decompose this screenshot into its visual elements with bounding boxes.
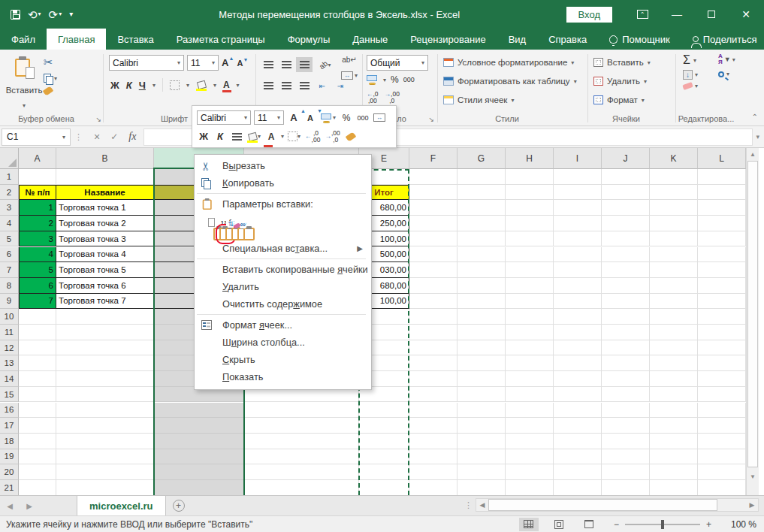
cell-L7[interactable] xyxy=(698,262,746,278)
cell-F18[interactable] xyxy=(409,434,457,449)
cell-H18[interactable] xyxy=(506,434,554,449)
cell-I18[interactable] xyxy=(554,434,602,449)
tab-assistant[interactable]: Помощник xyxy=(598,29,681,50)
cell-A14[interactable] xyxy=(19,371,56,387)
cell-I15[interactable] xyxy=(554,387,602,403)
tab-Формулы[interactable]: Формулы xyxy=(276,29,342,50)
number-dialog-launcher-icon[interactable]: ↘ xyxy=(428,116,434,123)
mini-format-painter-icon[interactable] xyxy=(344,128,358,144)
cell-B15[interactable] xyxy=(56,387,154,403)
cell-A20[interactable] xyxy=(19,464,56,480)
accounting-format-icon[interactable] xyxy=(367,75,379,84)
cell-I21[interactable] xyxy=(554,480,602,495)
cell-K7[interactable] xyxy=(650,262,698,278)
cell-A12[interactable] xyxy=(19,340,56,356)
cell-L14[interactable] xyxy=(698,371,746,387)
align-right-icon[interactable] xyxy=(296,78,313,93)
cell-F19[interactable] xyxy=(409,449,457,465)
close-button[interactable]: ✕ xyxy=(731,3,761,26)
tab-Данные[interactable]: Данные xyxy=(341,29,399,50)
cell-D20[interactable] xyxy=(244,464,359,480)
row-header-20[interactable]: 20 xyxy=(0,464,19,480)
horizontal-scroll-thumb[interactable] xyxy=(488,499,717,511)
cell-A10[interactable] xyxy=(19,309,56,325)
cell-L2[interactable] xyxy=(698,185,746,201)
cell-L16[interactable] xyxy=(698,403,746,419)
cell-H5[interactable] xyxy=(506,231,554,247)
cell-J6[interactable] xyxy=(602,247,650,263)
cell-J2[interactable] xyxy=(602,185,650,201)
cell-F17[interactable] xyxy=(409,418,457,434)
cell-L6[interactable] xyxy=(698,247,746,263)
cell-D17[interactable] xyxy=(244,418,359,434)
column-header-A[interactable]: A xyxy=(19,148,56,169)
cell-L3[interactable] xyxy=(698,200,746,216)
cell-L21[interactable] xyxy=(698,480,746,495)
cell-C21[interactable] xyxy=(154,480,244,495)
mini-font-color-icon[interactable]: А xyxy=(264,128,278,144)
cell-I16[interactable] xyxy=(554,403,602,419)
mini-borders-icon[interactable]: ▾ xyxy=(287,128,301,144)
clear-button[interactable]: ▾ xyxy=(683,83,698,89)
minimize-button[interactable]: — xyxy=(662,3,692,26)
cell-C18[interactable] xyxy=(154,434,244,449)
column-header-B[interactable]: B xyxy=(56,148,154,169)
cell-K2[interactable] xyxy=(650,185,698,201)
row-header-18[interactable]: 18 xyxy=(0,434,19,449)
cell-J10[interactable] xyxy=(602,309,650,325)
cell-L11[interactable] xyxy=(698,325,746,340)
row-header-11[interactable]: 11 xyxy=(0,325,19,340)
cell-J16[interactable] xyxy=(602,403,650,419)
cell-K1[interactable] xyxy=(650,169,698,185)
cell-J11[interactable] xyxy=(602,325,650,340)
cell-G12[interactable] xyxy=(457,340,506,356)
cell-E20[interactable] xyxy=(359,464,409,480)
mini-decrease-decimal-icon[interactable]: →,00,0 xyxy=(324,128,340,144)
cell-K9[interactable] xyxy=(650,294,698,310)
row-header-10[interactable]: 10 xyxy=(0,309,19,325)
tab-Главная[interactable]: Главная xyxy=(47,29,106,50)
top-align-icon[interactable] xyxy=(260,57,276,72)
cell-I12[interactable] xyxy=(554,340,602,356)
cell-I3[interactable] xyxy=(554,200,602,216)
cell-J1[interactable] xyxy=(602,169,650,185)
grow-font-icon[interactable]: А▲ xyxy=(222,57,228,68)
cell-I1[interactable] xyxy=(554,169,602,185)
cell-B13[interactable] xyxy=(56,355,154,371)
cell-A18[interactable] xyxy=(19,434,56,449)
cell-L1[interactable] xyxy=(698,169,746,185)
row-header-14[interactable]: 14 xyxy=(0,371,19,387)
mini-font-name-combo[interactable]: Calibri▾ xyxy=(197,110,251,125)
cell-H11[interactable] xyxy=(506,325,554,340)
cell-styles-button[interactable]: Стили ячеек▾ xyxy=(443,92,577,108)
scroll-right-icon[interactable]: ▶ xyxy=(746,499,758,511)
cell-H17[interactable] xyxy=(506,418,554,434)
cell-G11[interactable] xyxy=(457,325,506,340)
cell-I4[interactable] xyxy=(554,216,602,231)
cell-B21[interactable] xyxy=(56,480,154,495)
cell-I6[interactable] xyxy=(554,247,602,263)
cell-F10[interactable] xyxy=(409,309,457,325)
cell-E19[interactable] xyxy=(359,449,409,465)
column-header-F[interactable]: F xyxy=(409,148,457,169)
cell-A2[interactable]: № п/п xyxy=(19,185,56,201)
column-header-K[interactable]: K xyxy=(650,148,698,169)
cell-J8[interactable] xyxy=(602,278,650,294)
cell-E21[interactable] xyxy=(359,480,409,495)
collapse-ribbon-icon[interactable]: ⌃ xyxy=(752,113,758,121)
mini-fill-color-icon[interactable]: ▾ xyxy=(246,128,261,144)
cell-J20[interactable] xyxy=(602,464,650,480)
mini-italic-button[interactable]: К xyxy=(213,128,227,144)
row-header-19[interactable]: 19 xyxy=(0,449,19,465)
row-header-9[interactable]: 9 xyxy=(0,294,19,310)
cell-J17[interactable] xyxy=(602,418,650,434)
maximize-button[interactable] xyxy=(696,3,726,26)
borders-icon[interactable] xyxy=(170,80,180,90)
cell-B8[interactable]: Торговая точка 6 xyxy=(56,278,154,294)
cell-B5[interactable]: Торговая точка 3 xyxy=(56,231,154,247)
menu-item-clear-contents[interactable]: Очистить содержимое xyxy=(195,295,370,313)
column-header-G[interactable]: G xyxy=(457,148,506,169)
increase-decimal-icon[interactable]: ←,0,00 xyxy=(367,91,379,104)
wrap-text-icon[interactable]: ab↵ xyxy=(342,56,357,64)
cell-K15[interactable] xyxy=(650,387,698,403)
